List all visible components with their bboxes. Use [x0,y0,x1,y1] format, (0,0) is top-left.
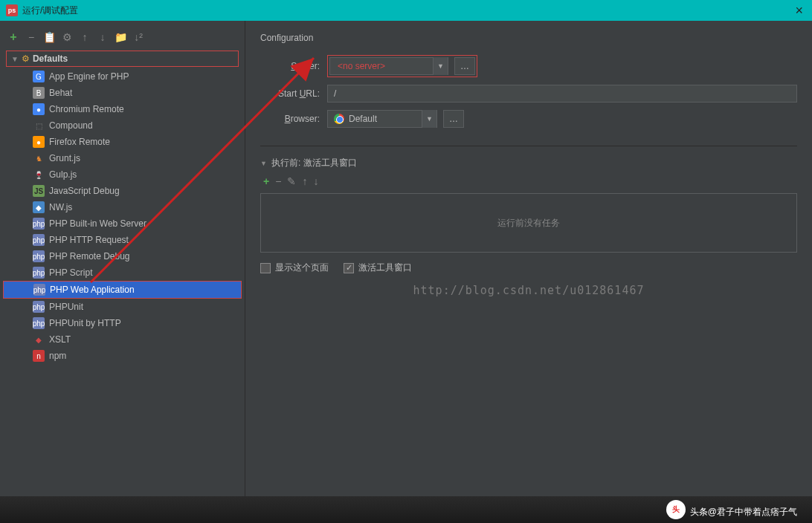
server-browse-button[interactable]: … [454,57,475,75]
show-page-checkbox[interactable]: 显示这个页面 [260,262,329,274]
tree-item-label: npm [49,351,66,361]
tree-item-label: JavaScript Debug [49,186,120,196]
before-run-section[interactable]: ▼ 执行前: 激活工具窗口 [260,157,797,169]
config-type-icon: php [33,234,45,246]
config-title: Configuration [260,33,797,43]
start-url-input[interactable] [327,85,797,103]
config-type-icon: ♞ [33,152,45,164]
before-run-label: 执行前: 激活工具窗口 [271,157,357,169]
tree-item[interactable]: phpPHP Web Application [3,281,242,299]
tree-item-label: PHP Built-in Web Server [49,218,146,229]
config-type-icon: ◆ [33,201,45,213]
config-type-icon: ● [33,103,45,115]
config-type-icon: ◆ [33,334,45,345]
tree-item[interactable]: ⬚Compound [3,117,242,134]
add-task-button[interactable]: + [263,175,269,187]
config-type-icon: n [33,350,45,362]
titlebar: ps 运行/调试配置 × [0,0,812,21]
config-type-icon: php [33,284,45,296]
config-type-icon: G [33,71,45,82]
tree-item-label: App Engine for PHP [49,71,129,82]
config-tree: ▼ ⚙ Defaults GApp Engine for PHPBBehat●C… [0,51,245,505]
watermark: http://blog.csdn.net/u012861467 [413,284,645,297]
config-type-icon: php [33,250,45,262]
browser-dropdown[interactable]: Default ▼ [327,110,437,128]
start-url-label: Start URL: [260,88,320,99]
run-toolbar: + − ✎ ↑ ↓ [260,175,797,187]
right-panel: Configuration Server: <no server> ▼ … St… [245,21,812,505]
chrome-icon [334,114,344,124]
app-icon: ps [6,4,18,16]
tree-item[interactable]: GApp Engine for PHP [3,68,242,85]
server-dropdown[interactable]: <no server> ▼ [329,57,448,75]
tree-item[interactable]: ●Chromium Remote [3,101,242,117]
tree-item-label: PHPUnit [49,302,83,312]
settings-button[interactable]: ⚙ [59,30,74,45]
tree-item-label: Gulp.js [49,169,77,180]
config-type-icon: JS [33,185,45,197]
tree-root-defaults[interactable]: ▼ ⚙ Defaults [6,51,239,67]
tree-item[interactable]: nnpm [3,348,242,364]
divider [260,146,797,146]
tree-item[interactable]: 🍷Gulp.js [3,166,242,183]
tree-item-label: XSLT [49,334,71,345]
config-type-icon: 🍷 [33,169,45,181]
config-type-icon: B [33,87,45,99]
down-task-button[interactable]: ↓ [313,175,318,187]
config-type-icon: ● [33,136,45,148]
tree-item[interactable]: ♞Grunt.js [3,150,242,166]
gear-icon: ⚙ [22,53,30,64]
tree-item[interactable]: phpPHPUnit [3,299,242,315]
activate-checkbox[interactable]: 激活工具窗口 [344,262,412,274]
tree-item[interactable]: phpPHPUnit by HTTP [3,315,242,331]
tree-item[interactable]: JSJavaScript Debug [3,183,242,199]
tree-item-label: Compound [49,120,93,131]
tree-item-label: PHP Remote Debug [49,251,130,262]
tree-root-label: Defaults [33,53,68,64]
tree-item[interactable]: phpPHP HTTP Request [3,232,242,248]
config-type-icon: php [33,267,45,279]
tree-item-label: Grunt.js [49,153,80,163]
down-button[interactable]: ↓ [95,30,110,45]
browser-label: Browser: [260,114,320,124]
chevron-down-icon: ▼ [422,110,436,128]
config-type-icon: php [33,317,45,329]
tree-item[interactable]: ◆XSLT [3,331,242,348]
config-type-icon: php [33,218,45,230]
tree-item-label: PHP Web Application [50,285,135,295]
remove-button[interactable]: − [24,30,39,45]
checkbox-icon [344,263,354,273]
expand-icon: ▼ [260,160,267,167]
tree-item-label: Behat [49,88,72,98]
server-label: Server: [260,61,320,71]
server-value: <no server> [330,61,433,71]
tree-item-label: PHP Script [49,267,92,278]
config-type-icon: php [33,301,45,313]
browser-value: Default [349,114,377,124]
tree-item[interactable]: BBehat [3,85,242,101]
folder-button[interactable]: 📁 [113,30,128,45]
tree-item[interactable]: ◆NW.js [3,199,242,215]
copy-button[interactable]: 📋 [42,30,57,45]
toutiao-text: 头条@君子中带着点痞子气 [690,500,797,519]
tree-item[interactable]: phpPHP Script [3,264,242,281]
empty-tasks-text: 运行前没有任务 [497,217,560,230]
tree-item[interactable]: phpPHP Remote Debug [3,248,242,264]
tree-item-label: Chromium Remote [49,104,124,114]
edit-task-button[interactable]: ✎ [287,175,296,187]
up-button[interactable]: ↑ [77,30,92,45]
left-panel: + − 📋 ⚙ ↑ ↓ 📁 ↓² ▼ ⚙ Defaults GApp Engin… [0,21,245,505]
tree-item[interactable]: ●Firefox Remote [3,134,242,150]
sort-button[interactable]: ↓² [131,30,146,45]
bottom-bar: 头 头条@君子中带着点痞子气 [0,496,812,523]
remove-task-button[interactable]: − [275,175,281,187]
tree-item[interactable]: phpPHP Built-in Web Server [3,215,242,232]
browser-browse-button[interactable]: … [443,110,464,128]
tree-item-label: Firefox Remote [49,137,110,147]
up-task-button[interactable]: ↑ [302,175,307,187]
close-button[interactable]: × [792,3,806,19]
tree-toolbar: + − 📋 ⚙ ↑ ↓ 📁 ↓² [0,27,245,51]
config-type-icon: ⬚ [33,120,45,131]
add-button[interactable]: + [6,30,21,45]
task-list: 运行前没有任务 [260,193,797,253]
